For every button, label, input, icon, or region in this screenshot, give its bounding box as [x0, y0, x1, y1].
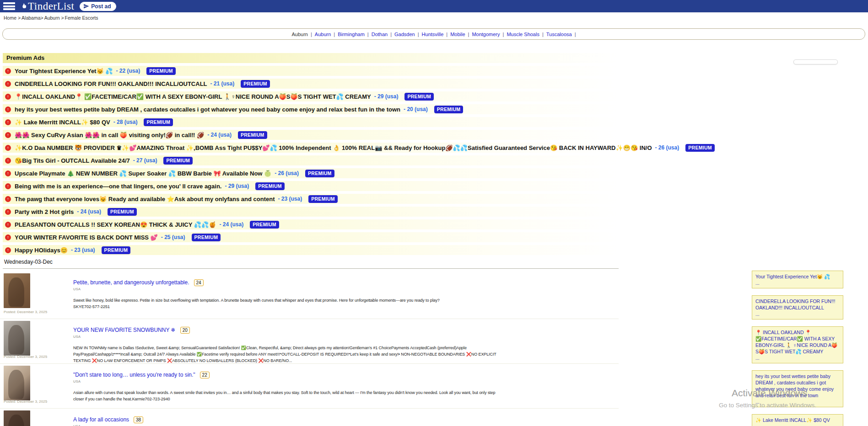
premium-ad-title[interactable]: hey its your best wettes petite baby DRE… [15, 106, 400, 113]
premium-ad-row[interactable]: ↑ Party with 2 Hot girls - 24 (usa) PREM… [3, 207, 619, 217]
premium-ad-row[interactable]: ↑ PLEASANTON OUTCALLS !! SEXY KOREAN😍 TH… [3, 219, 619, 229]
city-separator: | [311, 32, 312, 37]
listing-posted-date: Posted: December 3, 2025 [4, 399, 47, 404]
sidebar-ad-title[interactable]: 📍 INCALL OAKLAND 📍 ✅FACETIME/CAR✅ WITH A… [755, 330, 837, 354]
listing-country: USA [73, 287, 619, 291]
city-link[interactable]: Gadsden [394, 32, 415, 37]
premium-badge: PREMIUM [108, 208, 137, 216]
sidebar-ad-title[interactable]: Your Tightest Experience Yet😼 💦 [755, 274, 830, 279]
premium-ad-row[interactable]: ↑ Your Tightest Experience Yet😼 💦 - 22 (… [3, 66, 619, 76]
premium-badge: PREMIUM [305, 170, 334, 177]
city-link[interactable]: Huntsville [422, 32, 444, 37]
sidebar-ad-title[interactable]: ✨ Lake Merritt INCALL✨ $80 QV [755, 417, 830, 423]
premium-ad-title[interactable]: The pawg that everyone loves😼 Ready and … [15, 196, 275, 202]
premium-badge: PREMIUM [241, 80, 270, 88]
premium-badge: PREMIUM [250, 221, 279, 229]
city-link[interactable]: Muscle Shoals [507, 32, 539, 37]
premium-ad-age: - 28 (usa) [113, 119, 138, 125]
bump-up-icon: ↑ [5, 119, 11, 125]
floating-scrollbar-thumb[interactable] [793, 59, 838, 64]
premium-ad-row[interactable]: ↑ 🌺🌺 Sexy CuRvy Asian 🌺🌺 in call 🍑 visit… [3, 130, 619, 140]
breadcrumb-link[interactable]: Alabama> [22, 15, 43, 21]
premium-ad-title[interactable]: Happy HOlidays😊 [15, 247, 68, 254]
premium-ads-section: Premium Ads ↑ Your Tightest Experience Y… [3, 53, 619, 255]
premium-ad-title[interactable]: 😘Big Tits Girl - OUTCALL Available 24/7 [15, 157, 130, 164]
listing-title-link[interactable]: YOUR NEW FAVORITE SNOWBUNNY ❄ [73, 327, 176, 333]
site-logo[interactable]: TinderList [20, 0, 74, 12]
post-ad-label: Post ad [91, 3, 111, 10]
premium-ad-age: - 21 (usa) [210, 80, 235, 87]
listing-thumbnail[interactable] [4, 366, 30, 400]
sidebar-ad-box[interactable]: 📍 INCALL OAKLAND 📍 ✅FACETIME/CAR✅ WITH A… [752, 326, 843, 363]
premium-ad-row[interactable]: ↑ ✨K.O Daa NUMBER 🐯 PROVIDER ♛✨💕AMAZING … [3, 143, 619, 153]
listing-description: Sweet like honey, bold like espresso. Pe… [73, 297, 499, 304]
premium-ad-row[interactable]: ↑ hey its your best wettes petite baby D… [3, 104, 619, 114]
premium-ad-title[interactable]: 📍INCALL OAKLAND📍 ✅FACETIME/CAR✅ WITH A S… [15, 93, 371, 100]
premium-ad-title[interactable]: CINDERELLA LOOKING FOR FUN!!! OAKLAND!!!… [15, 80, 207, 87]
premium-ad-title[interactable]: 🌺🌺 Sexy CuRvy Asian 🌺🌺 in call 🍑 visitin… [15, 132, 204, 138]
premium-ad-age: - 23 (usa) [71, 247, 95, 253]
premium-ad-age: - 25 (usa) [161, 234, 185, 240]
premium-ad-age: - 24 (usa) [219, 221, 243, 228]
sidebar-ad-box[interactable]: CINDERELLA LOOKING FOR FUN!!! OAKLAND!!!… [752, 295, 843, 320]
premium-ad-row[interactable]: ↑ The pawg that everyone loves😼 Ready an… [3, 194, 619, 204]
premium-ad-row[interactable]: ↑ ✨ Lake Merritt INCALL✨ $80 QV - 28 (us… [3, 117, 619, 127]
sidebar-ad-box[interactable]: hey its your best wettes petite baby DRE… [752, 370, 843, 407]
listing-body: Petite, brunette, and dangerously unforg… [73, 272, 619, 310]
premium-ad-title[interactable]: ✨K.O Daa NUMBER 🐯 PROVIDER ♛✨💕AMAZING Th… [15, 144, 652, 151]
premium-badge: PREMIUM [255, 182, 285, 190]
sidebar-ad-more: ... [755, 423, 840, 426]
premium-ad-row[interactable]: ↑ CINDERELLA LOOKING FOR FUN!!! OAKLAND!… [3, 79, 619, 89]
premium-ad-title[interactable]: YOUR WINTER FAVORITE IS BACK DONT MISS 💕 [15, 234, 158, 241]
premium-ad-row[interactable]: ↑ Happy HOlidays😊 - 23 (usa) PREMIUM [3, 245, 619, 255]
bump-up-icon: ↑ [5, 170, 11, 176]
bump-up-icon: ↑ [5, 132, 11, 138]
listing-thumbnail[interactable] [4, 410, 30, 426]
sidebar-ad-title[interactable]: hey its your best wettes petite baby DRE… [755, 373, 834, 398]
listing-posted-date: Posted: December 3, 2025 [4, 310, 47, 314]
breadcrumb-link[interactable]: Female Escorts [65, 15, 98, 21]
listing-title-link[interactable]: A lady for all occasions [73, 416, 129, 423]
listing-title-link[interactable]: Petite, brunette, and dangerously unforg… [73, 279, 189, 286]
listing-title-link[interactable]: "Don't stare too long… unless you're rea… [73, 372, 195, 378]
city-separator: | [418, 32, 419, 37]
listing-thumbnail[interactable] [4, 321, 30, 356]
bump-up-icon: ↑ [5, 183, 11, 189]
city-link[interactable]: Tuscaloosa [546, 32, 572, 37]
premium-ad-age: - 27 (usa) [133, 157, 157, 164]
city-link[interactable]: Birmingham [338, 32, 365, 37]
premium-ad-row[interactable]: ↑ 😘Big Tits Girl - OUTCALL Available 24/… [3, 155, 619, 165]
sidebar-ad-more: ... [755, 280, 840, 286]
sidebar-ad-title[interactable]: CINDERELLA LOOKING FOR FUN!!! OAKLAND!!!… [755, 298, 835, 310]
hamburger-menu-icon[interactable] [3, 2, 15, 10]
listing-thumbnail[interactable] [4, 273, 30, 308]
site-title: TinderList [28, 0, 74, 12]
premium-ad-age: - 24 (usa) [77, 208, 101, 215]
bump-up-icon: ↑ [5, 158, 11, 164]
sidebar-ad-box[interactable]: ✨ Lake Merritt INCALL✨ $80 QV ... [752, 414, 843, 426]
premium-ad-title[interactable]: ✨ Lake Merritt INCALL✨ $80 QV [15, 119, 110, 126]
listing-age-badge: 24 [194, 279, 204, 286]
breadcrumb-link[interactable]: Home > [4, 15, 21, 21]
city-link[interactable]: Montgomery [472, 32, 500, 37]
top-navbar: TinderList Post ad [0, 0, 868, 12]
premium-ad-row[interactable]: ↑ Upscale Playmate 🎄 NEW NUMBER 💦 Super … [3, 168, 619, 178]
city-link[interactable]: Dothan [372, 32, 388, 37]
city-current: Auburn [291, 32, 307, 37]
city-link[interactable]: Mobile [450, 32, 465, 37]
premium-ad-row[interactable]: ↑ YOUR WINTER FAVORITE IS BACK DONT MISS… [3, 232, 619, 242]
premium-ad-row[interactable]: ↑ 📍INCALL OAKLAND📍 ✅FACETIME/CAR✅ WITH A… [3, 91, 619, 101]
premium-ad-row[interactable]: ↑ Being with me is an experience—one tha… [3, 181, 619, 191]
premium-ad-title[interactable]: Party with 2 Hot girls [15, 208, 74, 215]
premium-ad-title[interactable]: PLEASANTON OUTCALLS !! SEXY KOREAN😍 THIC… [15, 221, 216, 228]
sidebar-ad-box[interactable]: Your Tightest Experience Yet😼 💦 ... [752, 271, 843, 288]
listing-body: "Don't stare too long… unless you're rea… [73, 364, 619, 402]
premium-ad-title[interactable]: Being with me is an experience—one that … [15, 183, 221, 190]
premium-ad-age: - 26 (usa) [655, 144, 679, 151]
date-section-header: Wednesday-03-Dec [3, 259, 619, 269]
premium-ad-title[interactable]: Your Tightest Experience Yet😼 💦 [15, 68, 113, 75]
breadcrumb-link[interactable]: Auburn > [44, 15, 64, 21]
city-link[interactable]: Auburn [315, 32, 331, 37]
post-ad-button[interactable]: Post ad [80, 2, 116, 11]
premium-ad-title[interactable]: Upscale Playmate 🎄 NEW NUMBER 💦 Super So… [15, 170, 271, 177]
